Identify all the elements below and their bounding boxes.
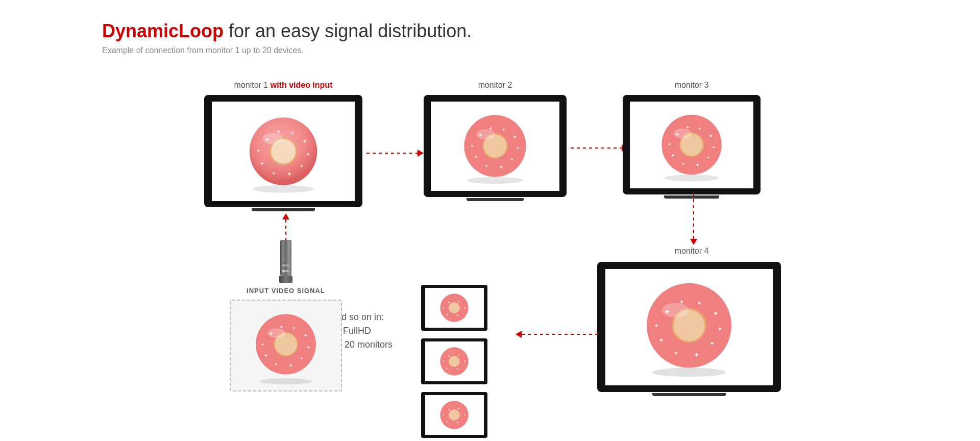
svg-text:✦: ✦ bbox=[446, 367, 448, 370]
svg-text:✦: ✦ bbox=[306, 345, 310, 350]
svg-text:✦: ✦ bbox=[261, 342, 265, 347]
svg-text:✦: ✦ bbox=[474, 154, 478, 160]
svg-text:✦: ✦ bbox=[681, 161, 685, 166]
svg-text:✦: ✦ bbox=[654, 322, 659, 329]
hdmi-cable-icon: HDMI bbox=[279, 240, 292, 283]
input-signal-label: INPUT VIDEO SIGNAL bbox=[247, 287, 325, 295]
svg-text:✦: ✦ bbox=[708, 133, 713, 139]
monitor-4-screen: ✦ ✦ ✦ ✦ ✦ ✦ ✦ ✦ ✦ ✦ bbox=[605, 269, 773, 385]
donut-4: ✦ ✦ ✦ ✦ ✦ ✦ ✦ ✦ ✦ ✦ bbox=[615, 274, 763, 381]
monitor-1-screen: ✦ ✦ ✦ ✦ ✦ ✦ ✦ ✦ ✦ ✦ bbox=[212, 102, 355, 201]
svg-text:✦: ✦ bbox=[306, 151, 310, 157]
small-monitor-1-screen: ✦ ✦ ✦ ✦ ✦ ✦ bbox=[425, 288, 484, 328]
donut-2: ✦ ✦ ✦ ✦ ✦ ✦ ✦ ✦ ✦ ✦ bbox=[444, 105, 546, 187]
svg-point-32 bbox=[665, 175, 719, 181]
small-monitor-2-screen: ✦ ✦ ✦ ✦ ✦ ✦ bbox=[425, 341, 484, 381]
arrow-1-to-2 bbox=[366, 150, 424, 157]
svg-text:✦: ✦ bbox=[698, 126, 702, 131]
svg-text:✦: ✦ bbox=[457, 300, 460, 303]
small-monitor-2: ✦ ✦ ✦ ✦ ✦ ✦ bbox=[421, 338, 487, 384]
svg-point-46 bbox=[673, 129, 692, 139]
svg-text:✦: ✦ bbox=[456, 314, 459, 317]
svg-text:✦: ✦ bbox=[512, 134, 517, 140]
donut-3: ✦ ✦ ✦ ✦ ✦ ✦ ✦ ✦ ✦ ✦ bbox=[643, 105, 740, 184]
svg-text:✦: ✦ bbox=[470, 143, 474, 149]
monitor-2: monitor 2 ✦ ✦ ✦ ✦ ✦ ✦ ✦ ✦ bbox=[424, 81, 567, 197]
svg-point-0 bbox=[253, 185, 314, 192]
monitor-3-frame: ✦ ✦ ✦ ✦ ✦ ✦ ✦ ✦ ✦ ✦ bbox=[623, 95, 761, 194]
arrow-2-to-3 bbox=[571, 144, 628, 152]
svg-point-61 bbox=[662, 303, 689, 317]
svg-text:✦: ✦ bbox=[694, 350, 700, 358]
svg-text:✦: ✦ bbox=[442, 360, 445, 363]
monitor-1-frame: ✦ ✦ ✦ ✦ ✦ ✦ ✦ ✦ ✦ ✦ bbox=[204, 95, 362, 207]
svg-text:✦: ✦ bbox=[260, 160, 264, 166]
svg-text:✦: ✦ bbox=[671, 153, 675, 158]
title-text: for an easy signal distribution. bbox=[224, 20, 472, 41]
monitor-1: monitor 1 with video input bbox=[204, 81, 362, 207]
svg-text:✦: ✦ bbox=[463, 413, 466, 416]
svg-point-31 bbox=[476, 129, 495, 139]
svg-text:✦: ✦ bbox=[300, 163, 304, 168]
small-monitor-1: ✦ ✦ ✦ ✦ ✦ ✦ bbox=[421, 285, 487, 331]
svg-text:✦: ✦ bbox=[264, 353, 268, 358]
diagram-area: monitor 1 with video input bbox=[102, 70, 878, 428]
svg-text:✦: ✦ bbox=[302, 137, 307, 144]
monitor-4: ✦ ✦ ✦ ✦ ✦ ✦ ✦ ✦ ✦ ✦ bbox=[597, 262, 781, 392]
svg-text:✦: ✦ bbox=[303, 332, 308, 338]
svg-text:✦: ✦ bbox=[484, 163, 488, 168]
svg-text:✦: ✦ bbox=[463, 306, 466, 309]
svg-text:✦: ✦ bbox=[256, 148, 260, 154]
svg-text:✦: ✦ bbox=[706, 155, 710, 160]
svg-text:✦: ✦ bbox=[695, 162, 700, 168]
svg-text:✦: ✦ bbox=[456, 421, 459, 424]
hdmi-connector bbox=[279, 276, 292, 283]
svg-text:✦: ✦ bbox=[272, 170, 276, 176]
main-title: DynamicLoop for an easy signal distribut… bbox=[102, 20, 878, 42]
svg-text:✦: ✦ bbox=[442, 413, 445, 416]
small-monitors-stack: ✦ ✦ ✦ ✦ ✦ ✦ ✦ ✦ ✦ bbox=[421, 285, 487, 438]
svg-text:✦: ✦ bbox=[292, 326, 296, 331]
svg-text:✦: ✦ bbox=[448, 408, 451, 411]
hdmi-cable-body: HDMI bbox=[280, 240, 291, 276]
svg-text:✦: ✦ bbox=[456, 368, 459, 371]
svg-point-86 bbox=[260, 378, 311, 384]
svg-text:✦: ✦ bbox=[448, 354, 451, 358]
monitor-3-screen: ✦ ✦ ✦ ✦ ✦ ✦ ✦ ✦ ✦ ✦ bbox=[630, 102, 753, 188]
svg-text:✦: ✦ bbox=[717, 325, 723, 332]
svg-point-16 bbox=[262, 133, 283, 144]
svg-text:✦: ✦ bbox=[712, 144, 716, 150]
svg-text:✦: ✦ bbox=[274, 362, 278, 367]
svg-text:✦: ✦ bbox=[697, 299, 702, 306]
arrow-4-to-small bbox=[516, 331, 601, 338]
arrow-3-to-4 bbox=[690, 193, 697, 245]
svg-text:✦: ✦ bbox=[457, 407, 460, 410]
input-signal-box: ✦ ✦ ✦ ✦ ✦ ✦ ✦ ✦ ✦ ✦ bbox=[230, 300, 342, 391]
svg-text:✦: ✦ bbox=[502, 127, 506, 132]
small-monitor-3: ✦ ✦ ✦ ✦ ✦ ✦ bbox=[421, 392, 487, 438]
input-donut: ✦ ✦ ✦ ✦ ✦ ✦ ✦ ✦ ✦ ✦ bbox=[240, 305, 332, 386]
monitor-1-label: monitor 1 with video input bbox=[234, 81, 333, 90]
arrow-input-to-monitor bbox=[282, 213, 289, 240]
svg-text:✦: ✦ bbox=[668, 142, 672, 147]
brand-name: DynamicLoop bbox=[102, 20, 224, 41]
svg-text:✦: ✦ bbox=[448, 301, 451, 304]
page-container: DynamicLoop for an easy signal distribut… bbox=[0, 0, 980, 441]
svg-text:✦: ✦ bbox=[516, 145, 520, 151]
svg-text:✦: ✦ bbox=[442, 306, 445, 309]
svg-text:✦: ✦ bbox=[709, 340, 715, 347]
monitor-2-frame: ✦ ✦ ✦ ✦ ✦ ✦ ✦ ✦ ✦ ✦ bbox=[424, 95, 567, 197]
monitor-4-frame: ✦ ✦ ✦ ✦ ✦ ✦ ✦ ✦ ✦ ✦ bbox=[597, 262, 781, 392]
small-monitor-3-screen: ✦ ✦ ✦ ✦ ✦ ✦ bbox=[425, 395, 484, 435]
svg-text:✦: ✦ bbox=[290, 130, 295, 136]
svg-text:✦: ✦ bbox=[510, 157, 514, 162]
monitor-3-label: monitor 3 bbox=[675, 81, 709, 90]
svg-text:✦: ✦ bbox=[300, 356, 304, 361]
svg-point-47 bbox=[652, 368, 726, 377]
svg-text:✦: ✦ bbox=[713, 309, 719, 317]
svg-text:✦: ✦ bbox=[457, 354, 460, 357]
small-donut-2: ✦ ✦ ✦ ✦ ✦ ✦ bbox=[434, 344, 475, 379]
monitor-2-label: monitor 2 bbox=[478, 81, 512, 90]
donut-1: ✦ ✦ ✦ ✦ ✦ ✦ ✦ ✦ ✦ ✦ bbox=[227, 107, 339, 196]
svg-point-100 bbox=[267, 328, 285, 338]
